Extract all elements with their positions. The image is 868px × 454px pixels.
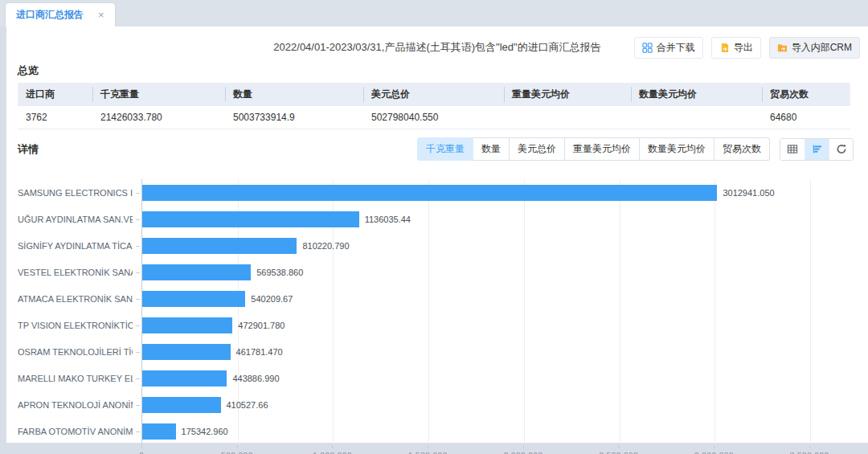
chart-row: MARELLI MAKO TURKEY ELEKTRİK S...443886.…: [18, 365, 850, 391]
chart-row: VESTEL ELEKTRONİK SANAYİ VE Tİ...569538.…: [18, 259, 850, 285]
x-tick-label: 3,500,000: [790, 451, 829, 454]
x-tick-label: 3,000,000: [694, 451, 734, 454]
overview-table: 进口商千克重量数量美元总价重量美元均价数量美元均价贸易次数 3762214260…: [18, 83, 850, 129]
bar-zone: 3012941.050: [142, 179, 850, 206]
x-tick-mark: [523, 444, 524, 448]
category-label: VESTEL ELEKTRONİK SANAYİ VE Tİ...: [18, 268, 133, 277]
import-crm-label: 导入内部CRM: [792, 41, 852, 55]
header-actions: 合并下载 导出 导入内部CRM: [634, 37, 860, 59]
bar-value-label: 3012941.050: [723, 188, 774, 198]
bar-zone: 410527.66: [142, 391, 850, 418]
tab-import-summary-report[interactable]: 进口商汇总报告 ×: [6, 3, 115, 27]
tab-bar: 进口商汇总报告 ×: [0, 0, 868, 27]
x-tick-label: 1,500,000: [408, 451, 448, 454]
merge-download-button[interactable]: 合并下载: [634, 37, 703, 59]
bar[interactable]: [142, 291, 245, 307]
overview-column-header: 进口商: [18, 83, 92, 106]
importer-bar-chart: SAMSUNG ELECTRONICS ISTANBUL P...3012941…: [18, 179, 850, 454]
overview-column-header: 美元总价: [363, 83, 504, 106]
metric-tab-0[interactable]: 千克重量: [417, 137, 473, 161]
overview-column-header: 数量美元均价: [631, 83, 762, 106]
metric-tab-group: 千克重量数量美元总价重量美元均价数量美元均价贸易次数: [417, 137, 770, 161]
metric-tab-2[interactable]: 美元总价: [510, 137, 565, 161]
category-tick: [136, 246, 140, 247]
bar[interactable]: [142, 423, 176, 440]
x-tick-mark: [332, 444, 333, 448]
overview-column-header: 数量: [225, 83, 363, 106]
chart-row: OSRAM TEKNOLOJİLERİ TİCARET AN...461781.…: [18, 338, 850, 365]
bar-value-label: 540209.67: [251, 294, 293, 304]
category-tick: [136, 405, 140, 406]
x-tick-mark: [619, 444, 620, 448]
bar[interactable]: [142, 185, 717, 201]
bar[interactable]: [142, 370, 227, 387]
category-tick: [136, 193, 140, 194]
detail-controls: 千克重量数量美元总价重量美元均价数量美元均价贸易次数: [417, 137, 854, 161]
x-tick-mark: [428, 444, 428, 448]
category-tick: [136, 272, 140, 273]
merge-download-label: 合并下载: [657, 41, 695, 55]
metric-tab-3[interactable]: 重量美元均价: [565, 137, 640, 161]
category-label: MARELLI MAKO TURKEY ELEKTRİK S...: [18, 374, 133, 383]
bar-value-label: 1136035.44: [365, 215, 411, 224]
bar[interactable]: [142, 317, 232, 333]
x-tick-mark: [141, 444, 142, 448]
report-panel: 2022/04/01-2023/03/31,产品描述(土耳其语)包含"led"的…: [6, 27, 868, 443]
merge-download-icon: [642, 43, 653, 53]
bar-chart-view-icon[interactable]: [805, 139, 829, 160]
overview-header-row: 进口商千克重量数量美元总价重量美元均价数量美元均价贸易次数: [18, 83, 850, 106]
import-crm-button[interactable]: 导入内部CRM: [769, 37, 860, 59]
x-tick-mark: [714, 444, 714, 448]
refresh-icon[interactable]: [829, 139, 853, 160]
overview-cell: 5003733914.9: [225, 106, 363, 129]
tab-title: 进口商汇总报告: [16, 8, 84, 22]
overview-column-header: 贸易次数: [762, 83, 850, 106]
x-tick-label: 2,500,000: [599, 451, 638, 454]
bar[interactable]: [142, 264, 251, 280]
bar-zone: 443886.990: [142, 365, 850, 391]
table-view-icon[interactable]: [780, 139, 805, 160]
bar[interactable]: [142, 238, 297, 254]
metric-tab-1[interactable]: 数量: [473, 137, 510, 161]
detail-toolbar: 详情 千克重量数量美元总价重量美元均价数量美元均价贸易次数: [18, 137, 854, 162]
overview-cell: 502798040.550: [363, 106, 504, 129]
category-tick: [136, 352, 140, 353]
chart-row: ATMACA ELEKTRONİK SANAYİ VE Tİ...540209.…: [18, 285, 850, 312]
overview-column-header: 千克重量: [92, 83, 225, 106]
bar[interactable]: [142, 211, 359, 227]
overview-data-row: 376221426033.7805003733914.9502798040.55…: [18, 106, 850, 129]
category-label: SAMSUNG ELECTRONICS ISTANBUL P...: [18, 188, 133, 198]
export-icon: [719, 43, 730, 53]
bar[interactable]: [142, 397, 221, 413]
x-tick-label: 1,000,000: [313, 451, 352, 454]
chart-row: SAMSUNG ELECTRONICS ISTANBUL P...3012941…: [18, 179, 850, 206]
category-label: TP VISION ELEKTRONİKTİCARET AN...: [18, 321, 133, 330]
bar-value-label: 175342.960: [182, 427, 228, 436]
bar-zone: 569538.860: [142, 259, 850, 285]
chart-row: APRON TEKNOLOJİ ANONİM ŞİRKETİ410527.66: [18, 391, 850, 418]
export-label: 导出: [734, 41, 753, 55]
export-button[interactable]: 导出: [711, 37, 761, 59]
bar-value-label: 410527.66: [227, 400, 268, 410]
x-tick-mark: [237, 444, 238, 448]
bar-zone: 1136035.44: [142, 206, 850, 232]
chart-row: TP VISION ELEKTRONİKTİCARET AN...472901.…: [18, 312, 850, 338]
overview-cell: [504, 106, 631, 129]
bar[interactable]: [142, 344, 231, 360]
bar-zone: 472901.780: [142, 312, 850, 338]
bar-zone: 461781.470: [142, 338, 850, 365]
category-tick: [136, 325, 140, 326]
x-axis: 0500,0001,000,0001,500,0002,000,0002,500…: [141, 444, 850, 454]
tab-close-icon[interactable]: ×: [98, 10, 104, 20]
overview-cell: [631, 106, 762, 129]
metric-tab-4[interactable]: 数量美元均价: [640, 137, 714, 161]
metric-tab-5[interactable]: 贸易次数: [714, 137, 770, 161]
overview-cell: 21426033.780: [92, 106, 225, 129]
bar-zone: 810220.790: [142, 232, 850, 259]
category-label: SİGNİFY AYDINLATMA TİCARET ANO...: [18, 241, 133, 251]
overview-cell: 64680: [762, 106, 850, 129]
bar-value-label: 461781.470: [236, 347, 283, 357]
x-tick-mark: [809, 444, 810, 448]
category-tick: [136, 378, 140, 379]
report-header: 2022/04/01-2023/03/31,产品描述(土耳其语)包含"led"的…: [6, 33, 868, 62]
